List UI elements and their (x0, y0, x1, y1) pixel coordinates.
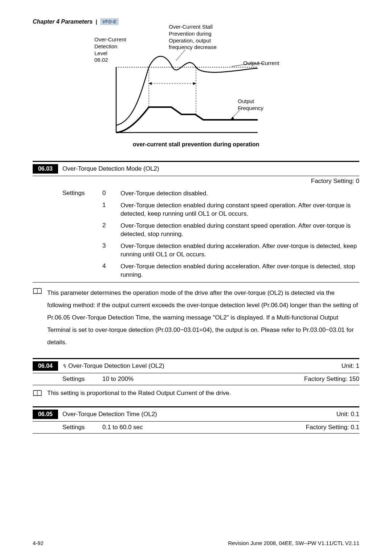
chapter-title: Chapter 4 Parameters (33, 19, 93, 25)
param-0604: 06.04 ✎Over-Torque Detection Level (OL2)… (33, 358, 359, 385)
settings-range: 10 to 200% (102, 375, 304, 383)
param-title-0604: ✎Over-Torque Detection Level (OL2) (62, 361, 342, 370)
param-0603-factory: Factory Setting: 0 (33, 176, 359, 188)
setting-value: 0 (102, 190, 121, 197)
diagram-label-output-freq: Output Frequency (238, 98, 264, 112)
diagram-caption: over-current stall prevention during ope… (33, 141, 359, 148)
param-title-0605: Over-Torque Detection Time (OL2) (62, 410, 336, 418)
setting-value: 2 (102, 222, 121, 229)
svg-marker-5 (193, 82, 196, 85)
pencil-icon: ✎ (62, 363, 68, 370)
setting-value: 1 (102, 202, 121, 209)
setting-desc: Over-Torque detection enabled during con… (121, 222, 359, 239)
setting-value: 4 (102, 263, 121, 270)
revision-text: Revision June 2008, 04EE, SW--PW V1.11/C… (228, 540, 359, 546)
param-0603-note: This parameter determines the operation … (33, 287, 359, 349)
param-0604-factory: Factory Setting: 150 (304, 375, 359, 383)
diagram-label-stall: Over-Current Stall Prevention during Ope… (169, 24, 217, 51)
param-0605: 06.05 Over-Torque Detection Time (OL2) U… (33, 406, 359, 434)
param-title-0603: Over-Torque Detection Mode (OL2) (62, 164, 359, 172)
note-text: This setting is proportional to the Rate… (47, 389, 359, 398)
chapter-divider: | (95, 19, 97, 25)
chapter-badge: VFD-E (100, 18, 119, 25)
settings-range: 0.1 to 60.0 sec (102, 424, 306, 431)
book-icon (33, 288, 42, 295)
svg-marker-4 (149, 82, 152, 85)
param-code-0604: 06.04 (33, 361, 58, 371)
param-0604-note: This setting is proportional to the Rate… (33, 389, 359, 398)
svg-line-8 (176, 50, 185, 61)
setting-desc: Over-Torque detection enabled during con… (121, 202, 359, 218)
param-0605-factory: Factory Setting: 0.1 (306, 424, 359, 431)
param-0603-settings: Settings 0 Over-Torque detection disable… (33, 188, 359, 281)
settings-label: Settings (62, 424, 102, 431)
diagram-label-detection: Over-Current Detection Level 06.02 (94, 36, 126, 64)
param-unit-0605: Unit: 0.1 (336, 410, 359, 418)
settings-label: Settings (62, 375, 102, 383)
diagram-label-output-current: Output Current (243, 60, 279, 67)
book-icon (33, 390, 42, 397)
param-0603: 06.03 Over-Torque Detection Mode (OL2) F… (33, 161, 359, 282)
setting-desc: Over-Torque detection enabled during acc… (121, 263, 359, 279)
stall-prevention-diagram: Over-Current Detection Level 06.02 Over-… (94, 27, 298, 136)
param-code-0605: 06.05 (33, 410, 58, 419)
page-footer: 4-92 Revision June 2008, 04EE, SW--PW V1… (33, 540, 359, 546)
setting-value: 3 (102, 242, 121, 249)
page-number: 4-92 (33, 540, 44, 546)
setting-desc: Over-Torque detection disabled. (121, 190, 359, 198)
param-unit-0604: Unit: 1 (342, 361, 359, 370)
setting-desc: Over-Torque detection enabled during acc… (121, 242, 359, 259)
note-text: This parameter determines the operation … (47, 287, 359, 349)
param-code-0603: 06.03 (33, 164, 58, 174)
settings-label: Settings (62, 190, 102, 197)
